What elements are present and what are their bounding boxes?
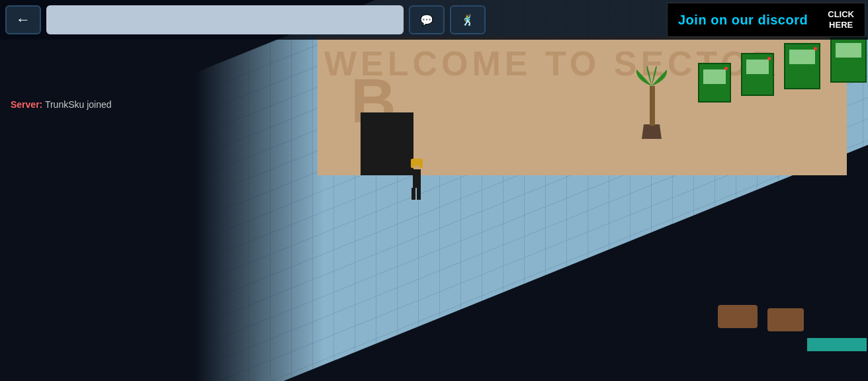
arcade-indicator	[767, 57, 771, 60]
arcade-machine-2	[741, 53, 774, 96]
server-label: Server:	[11, 99, 42, 110]
arcade-machine-4	[830, 36, 867, 83]
arcade-machine-3	[784, 43, 820, 89]
chat-button[interactable]: 💬	[409, 5, 445, 34]
arcade-screen	[703, 69, 726, 84]
search-container	[46, 5, 404, 34]
discord-banner[interactable]: Join on our discord CLICKHERE	[667, 3, 865, 37]
player-leg-left	[412, 188, 415, 200]
player-character	[409, 164, 425, 204]
server-message-text: TrunkSku joined	[45, 99, 112, 110]
chat-icon: 💬	[420, 14, 433, 26]
arcade-screen	[789, 50, 815, 64]
arcade-indicator	[724, 67, 728, 70]
arcade-screen	[836, 43, 861, 58]
emote-button[interactable]: 🕺	[450, 5, 486, 34]
search-input[interactable]	[54, 14, 396, 26]
teal-decoration	[807, 338, 867, 351]
arcade-indicator	[814, 47, 817, 50]
arcade-screen	[746, 60, 769, 74]
sofa-1	[718, 305, 758, 328]
game-world: WELCOME TO SECTOR B	[0, 0, 868, 381]
discord-join-text: Join on our discord	[678, 13, 808, 28]
player-body	[413, 169, 421, 188]
server-message: Server: TrunkSku joined	[11, 99, 112, 110]
arcade-machine-1	[698, 63, 731, 103]
back-icon: ←	[16, 11, 30, 28]
discord-click-here-button[interactable]: CLICKHERE	[828, 9, 854, 30]
palm-tree	[635, 66, 668, 139]
back-button[interactable]: ←	[5, 5, 41, 34]
player-leg-right	[417, 188, 421, 200]
sofa-2	[767, 308, 804, 331]
door	[361, 112, 413, 175]
emote-icon: 🕺	[461, 14, 474, 26]
